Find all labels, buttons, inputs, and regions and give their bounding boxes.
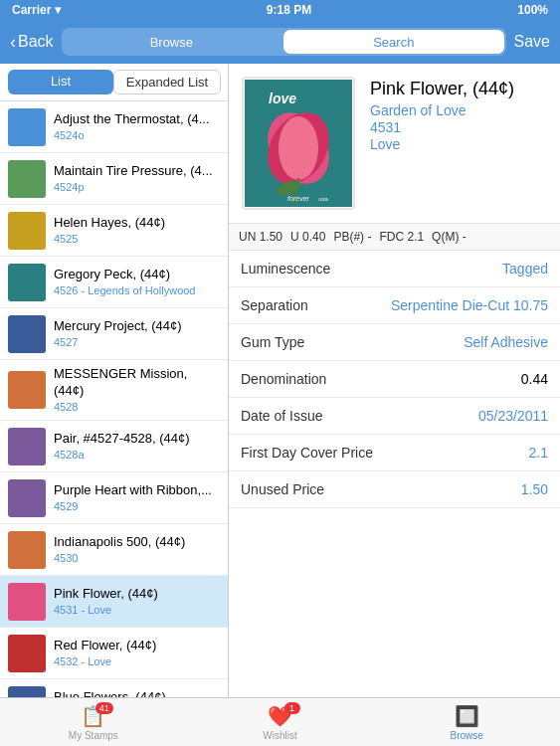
tab-icon: 🔲 xyxy=(455,704,479,728)
left-panel: List Expanded List Adjust the Thermostat… xyxy=(0,64,229,697)
detail-row: Separation Serpentine Die-Cut 10.75 xyxy=(229,287,560,324)
browse-tab[interactable]: Browse xyxy=(62,28,281,56)
stamp-list-title: Blue Flowers, (44¢) xyxy=(54,689,220,697)
stamp-thumbnail xyxy=(8,315,46,353)
stamp-list-title: Gregory Peck, (44¢) xyxy=(54,267,220,283)
detail-label: First Day Cover Price xyxy=(241,445,373,461)
stamp-list-title: Red Flower, (44¢) xyxy=(54,638,220,654)
list-item[interactable]: Helen Hayes, (44¢) 4525 xyxy=(0,205,228,257)
stamp-list-title: Maintain Tire Pressure, (4... xyxy=(54,163,220,180)
price-fdc: FDC 2.1 xyxy=(379,230,424,244)
tab-wishlist[interactable]: 1 ❤️ Wishlist xyxy=(187,700,374,745)
list-toggle: List Expanded List xyxy=(0,64,229,101)
detail-label: Unused Price xyxy=(241,481,324,497)
tab-my-stamps[interactable]: 41 📋 My Stamps xyxy=(0,700,187,745)
stamp-header: forever usa love Pink Flower, (44¢) Gard… xyxy=(229,64,560,224)
stamp-list-title: Purple Heart with Ribbon,... xyxy=(54,482,220,499)
svg-point-4 xyxy=(279,116,318,180)
stamp-list-sub: 4529 xyxy=(54,499,220,513)
browse-search-segment: Browse Search xyxy=(62,28,506,56)
list-item[interactable]: Adjust the Thermostat, (4... 4524o xyxy=(0,101,228,153)
detail-rows: Luminescence Tagged Separation Serpentin… xyxy=(229,251,560,508)
list-item[interactable]: Mercury Project, (44¢) 4527 xyxy=(0,308,228,360)
tab-label: Browse xyxy=(451,730,483,741)
stamp-list-sub: 4526 - Legends of Hollywood xyxy=(54,283,220,297)
list-item[interactable]: Purple Heart with Ribbon,... 4529 xyxy=(0,472,228,524)
stamp-thumbnail xyxy=(8,531,46,569)
main-content: List Expanded List Adjust the Thermostat… xyxy=(0,64,560,697)
stamp-list-title: MESSENGER Mission, (44¢) xyxy=(54,366,220,400)
svg-text:forever: forever xyxy=(287,195,309,202)
stamp-thumbnail xyxy=(8,212,46,250)
list-toggle-list[interactable]: List xyxy=(8,70,113,94)
detail-value: 0.44 xyxy=(521,371,548,387)
tab-bar: 41 📋 My Stamps 1 ❤️ Wishlist 🔲 Browse xyxy=(0,697,560,746)
detail-row: Denomination 0.44 xyxy=(229,361,560,398)
stamp-category: Love xyxy=(370,136,550,152)
stamp-thumbnail xyxy=(8,160,46,198)
tab-browse[interactable]: 🔲 Browse xyxy=(373,700,560,745)
stamp-thumbnail xyxy=(8,635,46,672)
stamp-list: Adjust the Thermostat, (4... 4524o Maint… xyxy=(0,101,228,697)
list-item[interactable]: Gregory Peck, (44¢) 4526 - Legends of Ho… xyxy=(0,257,228,308)
tab-items: 41 📋 My Stamps 1 ❤️ Wishlist 🔲 Browse xyxy=(0,700,560,745)
stamp-thumbnail xyxy=(8,686,46,697)
right-panel: forever usa love Pink Flower, (44¢) Gard… xyxy=(229,64,560,697)
stamp-series: Garden of Love xyxy=(370,102,550,118)
stamp-thumbnail xyxy=(8,428,46,466)
search-tab[interactable]: Search xyxy=(283,30,503,54)
stamp-thumbnail xyxy=(8,479,46,517)
detail-row: First Day Cover Price 2.1 xyxy=(229,435,560,471)
stamp-list-sub: 4530 xyxy=(54,551,220,565)
battery-label: 100% xyxy=(517,3,548,17)
list-item[interactable]: Blue Flowers, (44¢) 4533 - Love xyxy=(0,679,228,697)
price-pb: PB(#) - xyxy=(333,230,371,244)
stamp-thumbnail xyxy=(8,108,46,146)
detail-value: Serpentine Die-Cut 10.75 xyxy=(391,297,548,313)
carrier-label: Carrier ▾ xyxy=(12,3,61,17)
tab-badge: 41 xyxy=(95,702,113,714)
stamp-list-title: Mercury Project, (44¢) xyxy=(54,318,220,335)
detail-value: Tagged xyxy=(502,261,548,277)
back-button[interactable]: ‹ Back xyxy=(10,32,54,53)
stamp-list-sub: 4524p xyxy=(54,180,220,194)
list-item[interactable]: Pink Flower, (44¢) 4531 - Love xyxy=(0,576,228,628)
stamp-list-sub: 4527 xyxy=(54,335,220,349)
detail-label: Luminescence xyxy=(241,261,330,277)
stamp-image: forever usa love xyxy=(239,74,358,213)
detail-label: Denomination xyxy=(241,371,326,387)
stamp-list-sub: 4531 - Love xyxy=(54,603,220,617)
list-item[interactable]: Indianapolis 500, (44¢) 4530 xyxy=(0,524,228,576)
stamp-thumbnail xyxy=(8,583,46,621)
tab-label: My Stamps xyxy=(69,730,118,741)
stamp-list-title: Pair, #4527-4528, (44¢) xyxy=(54,431,220,448)
detail-row: Gum Type Self Adhesive xyxy=(229,324,560,361)
back-chevron-icon: ‹ xyxy=(10,32,16,53)
stamp-list-sub: 4528a xyxy=(54,448,220,462)
price-u: U 0.40 xyxy=(290,230,325,244)
list-toggle-expanded[interactable]: Expanded List xyxy=(113,70,221,94)
stamp-list-title: Indianapolis 500, (44¢) xyxy=(54,534,220,551)
detail-value: 05/23/2011 xyxy=(478,408,548,424)
detail-value: Self Adhesive xyxy=(464,334,548,350)
list-item[interactable]: MESSENGER Mission, (44¢) 4528 xyxy=(0,360,228,421)
detail-label: Gum Type xyxy=(241,334,304,350)
stamp-list-sub: 4524o xyxy=(54,128,220,142)
list-item[interactable]: Pair, #4527-4528, (44¢) 4528a xyxy=(0,421,228,472)
detail-value: 2.1 xyxy=(529,445,548,461)
status-bar: Carrier ▾ 9:18 PM 100% xyxy=(0,0,560,20)
list-item[interactable]: Red Flower, (44¢) 4532 - Love xyxy=(0,628,228,679)
stamp-list-sub: 4525 xyxy=(54,232,220,246)
save-button[interactable]: Save xyxy=(514,33,550,51)
detail-row: Luminescence Tagged xyxy=(229,251,560,287)
nav-bar: ‹ Back Browse Search Save xyxy=(0,20,560,64)
stamp-list-sub: 4532 - Love xyxy=(54,654,220,668)
stamp-thumbnail xyxy=(8,264,46,301)
detail-label: Separation xyxy=(241,297,308,313)
detail-row: Unused Price 1.50 xyxy=(229,471,560,508)
list-item[interactable]: Maintain Tire Pressure, (4... 4524p xyxy=(0,153,228,205)
tab-label: Wishlist xyxy=(263,730,296,741)
stamp-thumbnail xyxy=(8,371,46,409)
stamp-list-title: Pink Flower, (44¢) xyxy=(54,586,220,603)
back-label: Back xyxy=(18,33,54,51)
